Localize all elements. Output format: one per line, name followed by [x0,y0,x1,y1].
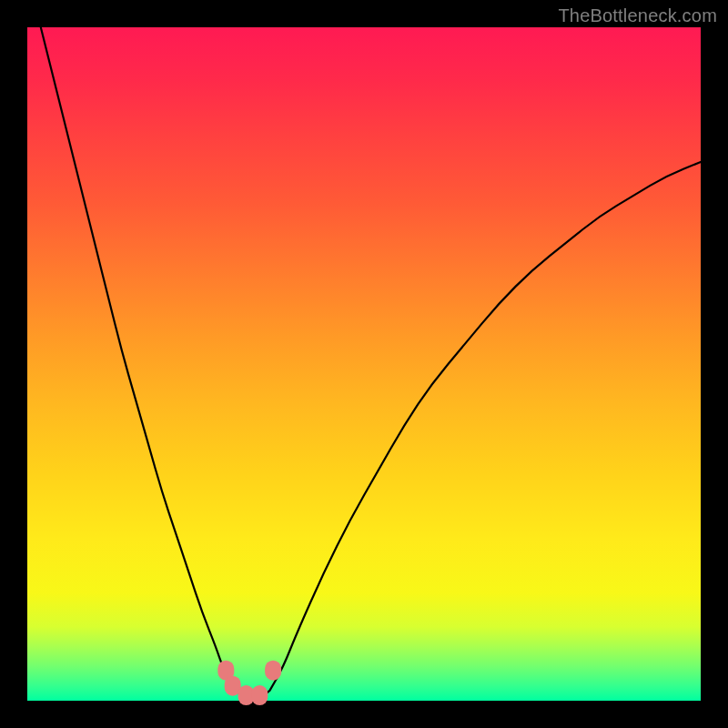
valley-markers [217,661,281,705]
bottleneck-curve [41,27,701,699]
chart-frame: TheBottleneck.com [0,0,728,728]
valley-marker [251,685,268,705]
watermark-text: TheBottleneck.com [558,5,717,26]
valley-marker [265,661,281,681]
plot-area [27,27,701,701]
curve-svg [27,27,701,701]
